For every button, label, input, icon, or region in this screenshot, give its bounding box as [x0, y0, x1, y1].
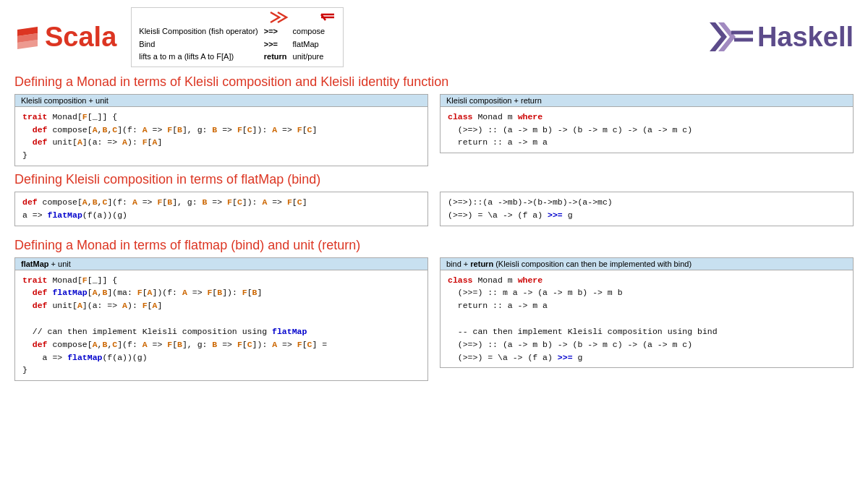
scala-fish: >=> — [264, 27, 278, 35]
section3-left-box: flatMap + unit trait Monad[F[_]] { def f… — [14, 257, 428, 382]
section3-left: flatMap + unit trait Monad[F[_]] { def f… — [14, 257, 428, 382]
haskell-flatmap: flatMap — [293, 40, 319, 48]
section2-title: Defining Kleisli composition in terms of… — [14, 172, 854, 187]
scala-return: return — [264, 52, 287, 61]
section1-left-header: Kleisli composition + unit — [15, 95, 427, 107]
haskell-unit: unit/pure — [293, 52, 324, 61]
section3-left-header-flatmap: flatMap — [21, 260, 49, 268]
haskell-compose: compose — [293, 27, 326, 35]
section1-right-code: class Monad m where (>=>) :: (a -> m b) … — [441, 107, 853, 153]
header: Scala Kleisli Composition (fish operator… — [14, 7, 854, 67]
section1-title: Defining a Monad in terms of Kleisli com… — [14, 74, 854, 90]
section3: Defining a Monad in terms of flatmap (bi… — [14, 238, 854, 382]
haskell-logo: Haskell — [710, 22, 854, 53]
section3-right-header-rest: (Kleisli composition can then be impleme… — [493, 260, 692, 268]
section3-left-header: flatMap + unit — [15, 258, 427, 270]
section3-right-box: bind + return (Kleisli composition can t… — [440, 257, 854, 369]
scala-bind: >>= — [264, 40, 278, 48]
scala-arrows-icon — [269, 11, 291, 24]
section3-left-header-plus: + unit — [51, 260, 71, 268]
haskell-icon — [710, 22, 753, 51]
section2-cols: def compose[A,B,C](f: A => F[B], g: B =>… — [14, 192, 854, 232]
section3-cols: flatMap + unit trait Monad[F[_]] { def f… — [14, 257, 854, 382]
page: Scala Kleisli Composition (fish operator… — [0, 0, 868, 488]
section3-right-code: class Monad m where (>>=) :: m a -> (a -… — [441, 270, 853, 368]
operators-table: Kleisli Composition (fish operator) >=> … — [139, 25, 331, 64]
section1-right-header: Kleisli composition + return — [441, 95, 853, 107]
section1: Defining a Monad in terms of Kleisli com… — [14, 74, 854, 166]
section2-left: def compose[A,B,C](f: A => F[B], g: B =>… — [14, 192, 428, 232]
section3-right: bind + return (Kleisli composition can t… — [440, 257, 854, 382]
kleisli-label: Kleisli Composition (fish operator) — [139, 27, 258, 35]
section1-left: Kleisli composition + unit trait Monad[F… — [14, 94, 428, 166]
section2-left-code: def compose[A,B,C](f: A => F[B], g: B =>… — [15, 192, 427, 226]
scala-label: Scala — [45, 22, 116, 53]
section3-right-header-return: return — [470, 260, 493, 268]
section2-right-box: (>=>)::(a ->mb)->(b->mb)->(a->mc) (>=>) … — [440, 192, 854, 226]
section2-right: (>=>)::(a ->mb)->(b->mb)->(a->mc) (>=>) … — [440, 192, 854, 232]
section3-right-header: bind + return (Kleisli composition can t… — [441, 258, 853, 270]
scala-icon — [14, 24, 41, 50]
section1-left-code: trait Monad[F[_]] { def compose[A,B,C](f… — [15, 107, 427, 166]
section2-left-box: def compose[A,B,C](f: A => F[B], g: B =>… — [14, 192, 428, 226]
haskell-label: Haskell — [757, 22, 854, 53]
section1-right-header-text: Kleisli composition + return — [446, 96, 542, 105]
section1-cols: Kleisli composition + unit trait Monad[F… — [14, 94, 854, 166]
section3-right-header-bind: bind + — [446, 260, 470, 268]
section1-left-header-text: Kleisli composition + unit — [21, 96, 109, 105]
scala-logo: Scala — [14, 22, 116, 53]
section3-title: Defining a Monad in terms of flatmap (bi… — [14, 238, 854, 253]
section3-left-code: trait Monad[F[_]] { def flatMap[A,B](ma:… — [15, 270, 427, 381]
section2: Defining Kleisli composition in terms of… — [14, 172, 854, 232]
section1-right-box: Kleisli composition + return class Monad… — [440, 94, 854, 153]
lifts-label: lifts a to m a (lifts A to F[A]) — [139, 52, 234, 61]
bind-label: Bind — [139, 40, 155, 48]
section1-left-box: Kleisli composition + unit trait Monad[F… — [14, 94, 428, 166]
section2-right-code: (>=>)::(a ->mb)->(b->mb)->(a->mc) (>=>) … — [441, 192, 853, 226]
header-table: Kleisli Composition (fish operator) >=> … — [131, 7, 344, 67]
section1-right: Kleisli composition + return class Monad… — [440, 94, 854, 166]
haskell-bind-icon — [320, 11, 336, 24]
